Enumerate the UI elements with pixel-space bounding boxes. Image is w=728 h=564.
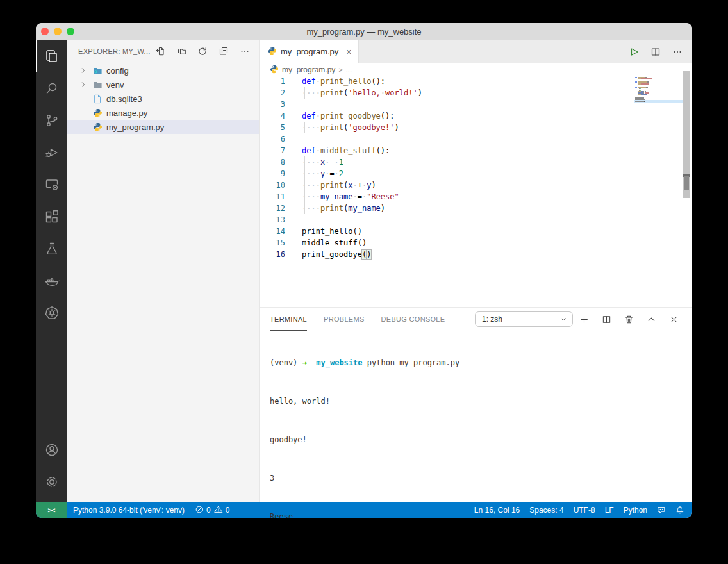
code-line[interactable]: 15 middle_stuff() bbox=[260, 237, 635, 249]
warning-count: 0 bbox=[226, 506, 230, 515]
code-text: ····x·=·1 bbox=[285, 156, 343, 168]
editor-scrollbar[interactable] bbox=[683, 71, 690, 198]
activity-bar-item-settings[interactable] bbox=[36, 466, 67, 498]
tree-item-manage-py[interactable]: manage.py bbox=[67, 106, 259, 120]
code-text: def·middle_stuff(): bbox=[285, 145, 390, 156]
window-title: my_program.py — my_website bbox=[36, 27, 692, 37]
activity-bar-item-testing[interactable] bbox=[36, 233, 67, 265]
folder-icon bbox=[92, 79, 103, 90]
collapse-all-button[interactable] bbox=[217, 45, 230, 58]
python-icon bbox=[267, 46, 277, 58]
extensions-icon bbox=[44, 209, 60, 224]
breadcrumb[interactable]: my_program.py > ... bbox=[260, 63, 692, 77]
activity-bar-item-extensions[interactable] bbox=[36, 201, 67, 233]
code-line[interactable]: 11 ····my_name·=·"Reese" bbox=[260, 191, 635, 203]
tree-item-my_program-py[interactable]: my_program.py bbox=[67, 120, 259, 134]
run-button[interactable] bbox=[628, 46, 640, 58]
breadcrumb-file[interactable]: my_program.py bbox=[282, 65, 335, 74]
refresh-button[interactable] bbox=[196, 45, 209, 58]
panel-header: TERMINAL PROBLEMS DEBUG CONSOLE 1: zsh bbox=[260, 308, 692, 331]
code-text: ····print(my_name) bbox=[285, 203, 385, 214]
activity-bar-item-docker[interactable] bbox=[36, 265, 67, 297]
explorer-title: EXPLORER: MY_W... bbox=[78, 47, 151, 55]
title-bar[interactable]: my_program.py — my_website bbox=[36, 23, 692, 40]
remote-indicator[interactable]: >< bbox=[36, 502, 67, 518]
code-line[interactable]: 5 ····print('goodbye!') bbox=[260, 122, 635, 133]
terminal-output[interactable]: (venv) → my_website python my_program.py… bbox=[260, 331, 692, 518]
tree-item-config[interactable]: config bbox=[67, 63, 259, 78]
close-panel-button[interactable] bbox=[668, 313, 679, 325]
search-icon bbox=[44, 81, 60, 96]
tab-problems[interactable]: PROBLEMS bbox=[324, 308, 365, 331]
code-line[interactable]: 2 ····print('hello,·world!') bbox=[260, 87, 635, 99]
minimap[interactable] bbox=[635, 77, 682, 269]
editor-tab-bar: my_program.py × bbox=[260, 40, 692, 63]
explorer-sidebar: EXPLORER: MY_W... config venv db.sqlite3… bbox=[67, 40, 260, 502]
terminal-line: goodbye! bbox=[270, 435, 692, 445]
code-text: ····my_name·=·"Reese" bbox=[285, 191, 399, 203]
code-text: ····print(x·+·y) bbox=[285, 179, 376, 191]
code-line[interactable]: 6 bbox=[260, 133, 635, 145]
chevron-right-icon bbox=[79, 122, 90, 132]
kubernetes-icon bbox=[44, 305, 60, 320]
split-terminal-button[interactable] bbox=[600, 313, 612, 325]
kill-terminal-button[interactable] bbox=[623, 313, 634, 325]
line-number: 10 bbox=[260, 179, 285, 191]
more-button[interactable] bbox=[238, 45, 251, 58]
activity-bar-item-kubernetes[interactable] bbox=[36, 297, 67, 329]
explorer-icon bbox=[44, 49, 60, 64]
code-line[interactable]: 13 bbox=[260, 214, 635, 226]
chevron-right-icon bbox=[79, 94, 90, 104]
code-line[interactable]: 8 ····x·=·1 bbox=[260, 156, 635, 168]
chevron-right-icon bbox=[79, 108, 90, 118]
breadcrumb-more[interactable]: ... bbox=[346, 66, 352, 74]
tree-item-label: venv bbox=[106, 80, 124, 90]
tab-debug-console[interactable]: DEBUG CONSOLE bbox=[381, 308, 445, 331]
code-line[interactable]: 1 def·print_hello(): bbox=[260, 77, 635, 87]
activity-bar-item-remote-explorer[interactable] bbox=[36, 169, 67, 201]
activity-bar-item-account[interactable] bbox=[36, 434, 67, 466]
terminal-line: Reese bbox=[270, 512, 692, 518]
file-tree: config venv db.sqlite3 manage.py my_prog… bbox=[67, 62, 259, 134]
code-text: print_goodbye() bbox=[285, 249, 372, 260]
more-button[interactable] bbox=[672, 46, 683, 58]
tab-terminal[interactable]: TERMINAL bbox=[270, 308, 307, 331]
maximize-panel-button[interactable] bbox=[645, 313, 657, 325]
python-interpreter-status[interactable]: Python 3.9.0 64-bit ('venv': venv) bbox=[73, 506, 185, 515]
error-icon bbox=[195, 505, 204, 516]
code-line[interactable]: 16 print_goodbye() bbox=[260, 249, 635, 260]
warning-icon bbox=[214, 505, 223, 516]
new-folder-button[interactable] bbox=[175, 45, 188, 58]
desktop-background: my_program.py — my_website EXPLORER: MY_… bbox=[0, 0, 728, 564]
line-number: 9 bbox=[260, 168, 285, 179]
new-file-button[interactable] bbox=[154, 45, 167, 58]
activity-bar-item-search[interactable] bbox=[36, 72, 67, 104]
remote-explorer-icon bbox=[44, 177, 60, 192]
code-line[interactable]: 3 bbox=[260, 99, 635, 110]
code-line[interactable]: 14 print_hello() bbox=[260, 226, 635, 237]
problems-status[interactable]: 0 0 bbox=[195, 505, 229, 516]
tree-item-db-sqlite3[interactable]: db.sqlite3 bbox=[67, 92, 259, 106]
new-terminal-button[interactable] bbox=[578, 313, 590, 325]
docker-icon bbox=[44, 273, 60, 288]
activity-bar bbox=[36, 40, 67, 502]
code-line[interactable]: 7 def·middle_stuff(): bbox=[260, 145, 635, 156]
activity-bar-item-explorer[interactable] bbox=[36, 40, 67, 72]
activity-bar-item-source-control[interactable] bbox=[36, 104, 67, 137]
tab-label: my_program.py bbox=[281, 47, 338, 56]
code-line[interactable]: 4 def·print_goodbye(): bbox=[260, 110, 635, 122]
code-text bbox=[285, 99, 302, 110]
settings-icon bbox=[44, 474, 60, 490]
split-editor-button[interactable] bbox=[650, 46, 661, 58]
terminal-selector-dropdown[interactable]: 1: zsh bbox=[475, 311, 573, 327]
tab-my-program[interactable]: my_program.py × bbox=[260, 40, 359, 63]
close-tab-icon[interactable]: × bbox=[346, 47, 351, 57]
activity-bar-item-run-debug[interactable] bbox=[36, 137, 67, 169]
code-line[interactable]: 10 ····print(x·+·y) bbox=[260, 179, 635, 191]
tree-item-venv[interactable]: venv bbox=[67, 78, 259, 92]
text-cursor bbox=[371, 249, 372, 258]
code-line[interactable]: 9 ····y·=·2 bbox=[260, 168, 635, 179]
code-line[interactable]: 12 ····print(my_name) bbox=[260, 203, 635, 214]
code-text: ····y·=·2 bbox=[285, 168, 343, 179]
code-editor[interactable]: 1 def·print_hello(): 2 ····print('hello,… bbox=[260, 77, 692, 307]
